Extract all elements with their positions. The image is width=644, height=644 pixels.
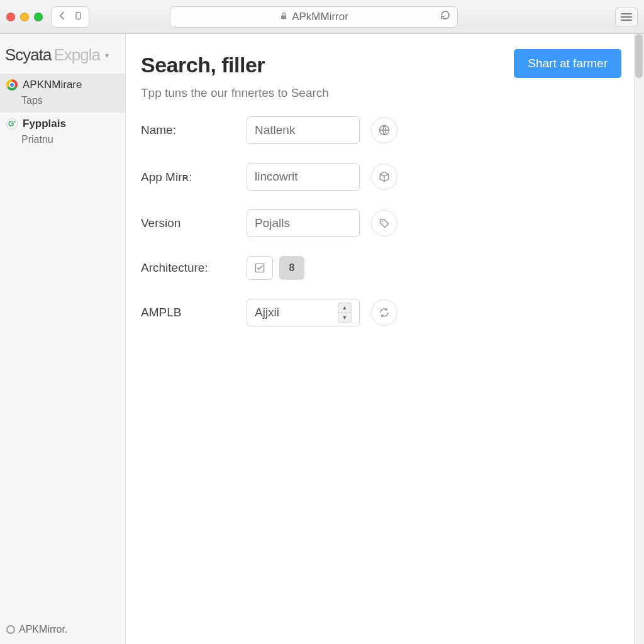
sidebar-item-apkmirror[interactable]: APKNMirare [0, 74, 125, 94]
lock-icon [279, 11, 288, 23]
row-version: Version [141, 209, 621, 237]
footer-icon [6, 625, 15, 634]
minimize-window-button[interactable] [20, 13, 29, 21]
scrollbar-track[interactable] [634, 34, 644, 644]
hamburger-menu-button[interactable] [615, 8, 638, 26]
name-label: Name: [141, 123, 235, 137]
row-ampb: AMPLB Ajjxii ▲ ▼ [141, 299, 621, 326]
row-appmir: App Mirʀ: [141, 163, 621, 191]
window-controls [6, 13, 43, 21]
ampb-label: AMPLB [141, 306, 235, 319]
stepper[interactable]: ▲ ▼ [338, 303, 352, 323]
sidebar-item-label: Fypplais [23, 118, 66, 130]
nav-back-forward [52, 6, 89, 28]
row-architecture: Architecture: 8 [141, 256, 621, 280]
sidebar-footer: APKMirror. [0, 615, 125, 644]
sidebar-subitem-priatnu[interactable]: Priatnu [0, 133, 125, 152]
chevron-down-icon: ▾ [105, 51, 108, 60]
page-subtitle: Tpp tuns the our fnnertes to Search [141, 86, 621, 100]
architecture-chip[interactable]: 8 [279, 256, 304, 280]
brand-text-a: Scyata [5, 45, 52, 65]
footer-text: APKMirror. [19, 624, 67, 635]
sidebar-item-label: APKNMirare [23, 79, 82, 91]
brand[interactable]: ScyataExpgla ▾ [0, 34, 125, 74]
reload-icon[interactable] [440, 9, 451, 24]
sidebar-item-fypplais[interactable]: G' Fypplais [0, 113, 125, 133]
sidebar: ScyataExpgla ▾ APKNMirare Taps G' Fyppla… [0, 34, 126, 644]
share-icon[interactable] [74, 11, 84, 23]
package-icon[interactable] [371, 164, 397, 190]
address-text: APkMMirror [292, 11, 348, 23]
hamburger-icon [621, 13, 632, 21]
sidebar-subitem-taps[interactable]: Taps [0, 94, 125, 113]
brand-text-b: Expgla [54, 45, 101, 65]
g-icon: G' [6, 118, 18, 130]
svg-point-1 [78, 17, 79, 18]
svg-rect-2 [281, 15, 286, 19]
version-input[interactable] [247, 209, 360, 237]
row-name: Name: [141, 116, 621, 144]
version-label: Version [141, 216, 235, 230]
address-bar[interactable]: APkMMirror [170, 6, 458, 28]
primary-cta-button[interactable]: Shart at farmer [514, 49, 621, 78]
architecture-label: Architecture: [141, 261, 235, 275]
tag-icon[interactable] [371, 210, 397, 236]
zoom-window-button[interactable] [34, 13, 43, 21]
check-icon [254, 262, 265, 274]
back-icon[interactable] [57, 11, 67, 23]
chip-label: 8 [289, 262, 295, 274]
name-input[interactable] [247, 116, 360, 144]
chrome-icon [6, 79, 18, 91]
stepper-up-icon[interactable]: ▲ [338, 303, 351, 313]
window-titlebar: APkMMirror [0, 0, 644, 34]
stepper-down-icon[interactable]: ▼ [338, 313, 351, 322]
ampb-select[interactable]: Ajjxii ▲ ▼ [247, 299, 360, 326]
ampb-value: Ajjxii [255, 306, 279, 319]
appmir-label: App Mirʀ: [141, 170, 235, 184]
scrollbar-thumb[interactable] [635, 34, 643, 78]
globe-icon[interactable] [371, 117, 397, 143]
close-window-button[interactable] [6, 13, 15, 21]
svg-point-7 [382, 221, 383, 222]
main-panel: Search, filler Shart at farmer Tpp tuns … [126, 34, 644, 644]
architecture-checkbox[interactable] [247, 256, 273, 280]
appmir-input[interactable] [247, 163, 360, 191]
refresh-icon[interactable] [371, 299, 397, 326]
